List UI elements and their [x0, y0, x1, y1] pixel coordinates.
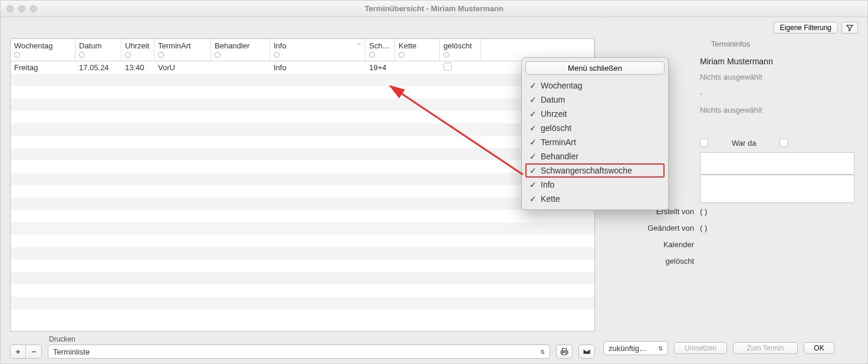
check-icon: ✓: [529, 81, 537, 90]
menu-item-datum[interactable]: ✓Datum: [525, 93, 665, 107]
war-da-label: War da: [732, 139, 756, 147]
cell-wochentag: Freitag: [11, 63, 75, 72]
filter-radio[interactable]: [443, 52, 449, 58]
printer-icon: [560, 347, 568, 356]
own-filter-label: Eigene Filterung: [780, 24, 831, 32]
filter-radio[interactable]: [369, 52, 375, 58]
col-schwanger[interactable]: Sch…: [366, 39, 395, 61]
check-icon: ✓: [529, 95, 537, 104]
chevron-updown-icon: ⇅: [540, 349, 545, 355]
value-geaendert-von: ( ): [700, 224, 858, 232]
col-behandler[interactable]: Behandler: [211, 39, 270, 61]
chevron-updown-icon: ⇅: [658, 345, 663, 352]
cell-sch: 19+4: [366, 63, 395, 72]
filter-radio[interactable]: [215, 52, 221, 58]
ok-button[interactable]: OK: [804, 342, 834, 354]
col-info[interactable]: Info⌃: [270, 39, 366, 61]
umsetzen-button[interactable]: Umsetzen: [674, 342, 727, 354]
cell-datum: 17.05.24: [75, 63, 121, 72]
filter-icon-button[interactable]: [841, 22, 858, 34]
col-terminart[interactable]: TerminArt: [154, 39, 211, 61]
check-icon: ✓: [529, 166, 537, 175]
notes-textbox-2[interactable]: [700, 175, 854, 203]
traffic-zoom[interactable]: [30, 5, 37, 12]
check-icon: ✓: [529, 109, 537, 119]
deleted-checkbox[interactable]: [443, 63, 452, 71]
sort-indicator-icon: ⌃: [357, 42, 361, 49]
zum-termin-button[interactable]: Zum Termin: [733, 342, 798, 354]
traffic-close[interactable]: [6, 5, 14, 12]
label-geloescht: gelöscht: [603, 257, 694, 265]
col-wochentag[interactable]: Wochentag: [11, 39, 75, 61]
menu-item-kette[interactable]: ✓Kette: [525, 192, 665, 206]
check-icon: ✓: [529, 194, 537, 204]
check-icon: ✓: [529, 137, 537, 147]
menu-item-geloescht[interactable]: ✓gelöscht: [525, 121, 665, 135]
cell-uhrzeit: 13:40: [121, 63, 154, 72]
field-value-2: -: [700, 89, 858, 98]
window-title: Terminübersicht - Miriam Mustermann: [1, 4, 867, 13]
table-header-row: Wochentag Datum Uhrzeit TerminArt Behand…: [11, 39, 594, 61]
col-uhrzeit[interactable]: Uhrzeit: [121, 39, 154, 61]
label-geaendert-von: Geändert von: [603, 224, 694, 232]
field-value-1: Nichts ausgewählt: [700, 73, 858, 81]
print-label: Drucken: [48, 335, 550, 345]
funnel-icon: [846, 24, 854, 32]
col-datum[interactable]: Datum: [75, 39, 121, 61]
check-icon: ✓: [529, 152, 537, 161]
filter-radio[interactable]: [79, 52, 85, 58]
filter-radio[interactable]: [125, 52, 131, 58]
check-icon: ✓: [529, 180, 537, 189]
own-filter-button[interactable]: Eigene Filterung: [774, 22, 838, 34]
menu-item-wochentag[interactable]: ✓Wochentag: [525, 78, 665, 93]
menu-item-uhrzeit[interactable]: ✓Uhrzeit: [525, 107, 665, 121]
future-select-value: zukünftig…: [609, 344, 647, 353]
col-kette[interactable]: Kette: [395, 39, 440, 61]
add-button[interactable]: +: [11, 345, 26, 358]
col-geloescht[interactable]: gelöscht: [440, 39, 481, 61]
label-kalender: Kalender: [603, 240, 694, 249]
cell-terminart: VorU: [154, 63, 211, 72]
column-menu-popup: Menü schließen ✓Wochentag ✓Datum ✓Uhrzei…: [521, 57, 669, 210]
filter-radio[interactable]: [399, 52, 405, 58]
checkbox-left[interactable]: [700, 139, 708, 147]
menu-item-schwangerschaftswoche[interactable]: ✓Schwangerschaftswoche: [525, 163, 665, 178]
print-button[interactable]: [556, 345, 573, 359]
filter-radio[interactable]: [158, 52, 164, 58]
menu-close-button[interactable]: Menü schließen: [525, 61, 665, 75]
cell-geloescht: [440, 63, 481, 73]
table-body: Freitag 17.05.24 13:40 VorU Info 19+4: [11, 61, 594, 331]
traffic-minimize[interactable]: [18, 5, 25, 12]
envelope-icon: [583, 347, 591, 356]
sidebar-header: Termininfos: [603, 38, 858, 52]
print-select-value: Terminliste: [53, 347, 90, 356]
menu-item-behandler[interactable]: ✓Behandler: [525, 149, 665, 163]
field-value-3: Nichts ausgewählt: [700, 106, 858, 114]
filter-radio[interactable]: [274, 52, 280, 58]
menu-item-terminart[interactable]: ✓TerminArt: [525, 135, 665, 149]
appointments-table: Wochentag Datum Uhrzeit TerminArt Behand…: [10, 38, 595, 332]
filter-radio[interactable]: [14, 52, 20, 58]
titlebar: Terminübersicht - Miriam Mustermann: [1, 1, 867, 17]
print-select[interactable]: Terminliste ⇅: [48, 345, 550, 359]
check-icon: ✓: [529, 123, 537, 133]
remove-button[interactable]: −: [26, 345, 41, 358]
notes-textbox-1[interactable]: [700, 152, 854, 175]
table-row[interactable]: Freitag 17.05.24 13:40 VorU Info 19+4: [11, 61, 594, 74]
add-remove-group: + −: [10, 345, 42, 359]
mail-button[interactable]: [578, 345, 595, 359]
future-select[interactable]: zukünftig… ⇅: [603, 341, 668, 355]
cell-info: Info: [270, 63, 366, 72]
checkbox-war-da[interactable]: [780, 139, 788, 147]
menu-item-info[interactable]: ✓Info: [525, 178, 665, 192]
value-erstellt-von: ( ): [700, 207, 858, 216]
